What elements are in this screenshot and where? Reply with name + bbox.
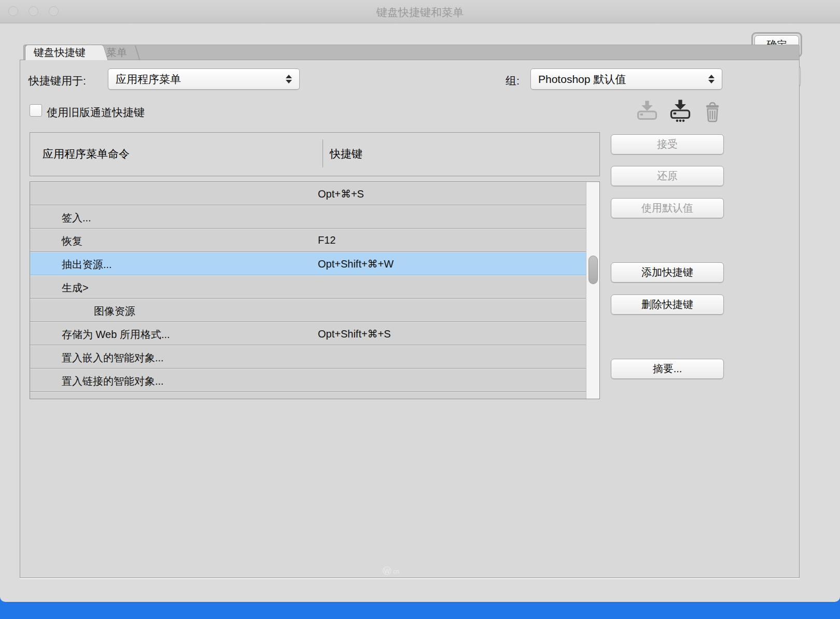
keyboard-shortcuts-dialog: 键盘快捷键和菜单 确定 取消 键盘快捷键 菜单 快捷键用于: 应用程序菜单 组:… [0, 0, 840, 602]
shortcut-row[interactable]: 抽出资源...Opt+Shift+⌘+W [30, 252, 599, 275]
column-header-command: 应用程序菜单命令 [43, 147, 130, 161]
command-name: 生成> [62, 281, 89, 295]
legacy-channel-shortcuts-label: 使用旧版通道快捷键 [47, 105, 145, 120]
command-name: 置入嵌入的智能对象... [62, 351, 164, 365]
shortcut-row[interactable] [30, 392, 599, 399]
set-label: 组: [506, 74, 520, 88]
shortcut-row[interactable]: Opt+⌘+S [30, 182, 599, 205]
save-set-as-icon[interactable] [669, 99, 692, 122]
shortcut-value: F12 [318, 234, 335, 246]
shortcut-row[interactable]: 生成> [30, 275, 599, 299]
tab-keyboard-shortcuts[interactable]: 键盘快捷键 [25, 45, 99, 60]
delete-shortcut-button[interactable]: 删除快捷键 [611, 294, 724, 315]
title-bar: 键盘快捷键和菜单 [0, 0, 840, 23]
save-set-icon[interactable] [636, 100, 659, 123]
stepper-arrows-icon [708, 75, 715, 83]
shortcuts-for-value: 应用程序菜单 [116, 72, 282, 87]
stepper-arrows-icon [286, 75, 292, 83]
shortcut-list: Opt+⌘+S签入...恢复F12抽出资源...Opt+Shift+⌘+W生成>… [30, 181, 600, 399]
add-shortcut-button[interactable]: 添加快捷键 [611, 262, 724, 283]
shortcut-row[interactable]: 置入嵌入的智能对象... [30, 345, 599, 369]
command-name: 存储为 Web 所用格式... [62, 328, 170, 342]
shortcut-rows: Opt+⌘+S签入...恢复F12抽出资源...Opt+Shift+⌘+W生成>… [30, 182, 599, 399]
command-name: 签入... [62, 211, 91, 225]
command-name: 抽出资源... [62, 258, 112, 272]
set-dropdown[interactable]: Photoshop 默认值 [530, 68, 722, 90]
command-name: 恢复 [62, 234, 82, 248]
watermark: Ⓦcn [383, 565, 399, 577]
shortcut-row[interactable]: 签入... [30, 205, 599, 229]
undo-button[interactable]: 还原 [611, 166, 724, 186]
column-divider [323, 139, 323, 167]
shortcut-row[interactable]: 恢复F12 [30, 229, 599, 252]
window-title: 键盘快捷键和菜单 [0, 5, 840, 20]
command-name: 置入链接的智能对象... [62, 374, 164, 388]
shortcut-value: Opt+⌘+S [318, 188, 364, 200]
shortcut-row[interactable]: 存储为 Web 所用格式...Opt+Shift+⌘+S [30, 322, 599, 345]
delete-set-icon[interactable] [703, 102, 722, 122]
table-header: 应用程序菜单命令 快捷键 [30, 132, 600, 176]
shortcuts-for-label: 快捷键用于: [29, 74, 86, 88]
shortcut-value: Opt+Shift+⌘+W [318, 258, 394, 270]
accept-button[interactable]: 接受 [611, 134, 724, 154]
shortcut-value: Opt+Shift+⌘+S [318, 328, 391, 340]
summarize-button[interactable]: 摘要... [611, 359, 724, 379]
shortcuts-for-dropdown[interactable]: 应用程序菜单 [108, 68, 300, 90]
shortcut-row[interactable]: 图像资源 [30, 299, 599, 322]
set-value: Photoshop 默认值 [538, 72, 704, 87]
tab-strip [23, 45, 800, 60]
use-default-button[interactable]: 使用默认值 [611, 198, 724, 218]
scrollbar-track[interactable] [586, 182, 599, 399]
legacy-channel-shortcuts-checkbox[interactable] [30, 104, 42, 117]
column-header-shortcut: 快捷键 [330, 147, 362, 161]
shortcut-row[interactable]: 置入链接的智能对象... [30, 369, 599, 392]
scrollbar-thumb[interactable] [589, 256, 598, 284]
command-name: 图像资源 [94, 304, 135, 318]
